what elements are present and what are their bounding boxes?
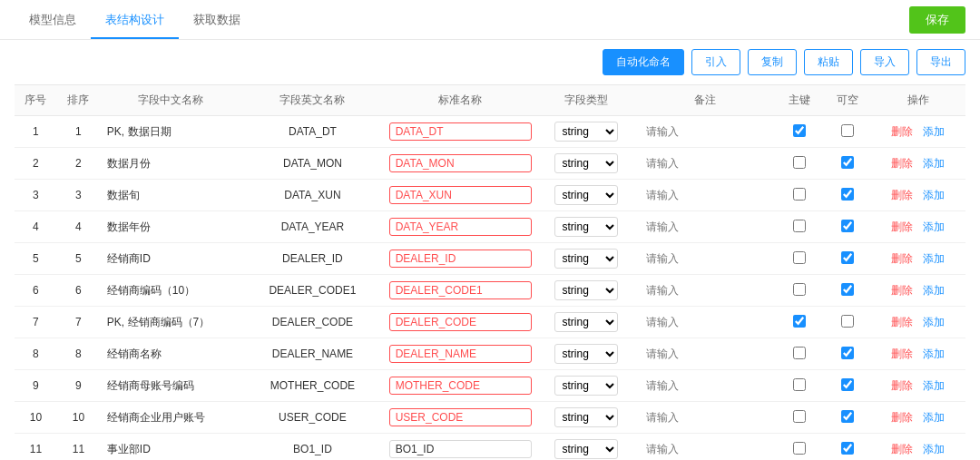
cell-std[interactable] bbox=[384, 180, 537, 211]
pk-checkbox[interactable] bbox=[793, 315, 806, 328]
cell-type[interactable]: string int double date bbox=[537, 180, 634, 211]
type-select[interactable]: string int double date bbox=[554, 217, 618, 237]
add-button[interactable]: 添加 bbox=[919, 251, 948, 267]
delete-button[interactable]: 删除 bbox=[887, 410, 916, 426]
add-button[interactable]: 添加 bbox=[919, 378, 948, 394]
cell-pk[interactable] bbox=[776, 116, 823, 148]
cell-std[interactable] bbox=[384, 370, 537, 402]
nullable-checkbox[interactable] bbox=[841, 188, 854, 201]
cell-pk[interactable] bbox=[776, 370, 823, 402]
cell-remark[interactable] bbox=[634, 338, 776, 370]
type-select[interactable]: string int double date bbox=[554, 439, 618, 459]
pk-checkbox[interactable] bbox=[793, 347, 806, 359]
cell-pk[interactable] bbox=[776, 275, 823, 307]
nullable-checkbox[interactable] bbox=[841, 442, 854, 455]
add-button[interactable]: 添加 bbox=[919, 156, 948, 171]
cell-remark[interactable] bbox=[634, 434, 776, 461]
remark-input[interactable] bbox=[640, 408, 770, 426]
pk-checkbox[interactable] bbox=[793, 378, 806, 391]
cell-nullable[interactable] bbox=[824, 338, 871, 370]
cell-type[interactable]: string int double date bbox=[537, 402, 634, 434]
nullable-checkbox[interactable] bbox=[841, 410, 854, 423]
cell-type[interactable]: string int double date bbox=[537, 434, 634, 461]
remark-input[interactable] bbox=[640, 186, 770, 204]
cell-type[interactable]: string int double date bbox=[537, 116, 634, 148]
nullable-checkbox[interactable] bbox=[841, 347, 854, 359]
nullable-checkbox[interactable] bbox=[841, 378, 854, 391]
type-select[interactable]: string int double date bbox=[554, 407, 618, 427]
tab-fetch-data[interactable]: 获取数据 bbox=[179, 1, 255, 39]
cell-remark[interactable] bbox=[634, 275, 776, 307]
std-input[interactable] bbox=[389, 377, 532, 395]
remark-input[interactable] bbox=[640, 313, 770, 331]
nullable-checkbox[interactable] bbox=[841, 251, 854, 264]
cell-std[interactable] bbox=[384, 307, 537, 338]
cell-remark[interactable] bbox=[634, 307, 776, 338]
copy-button[interactable]: 复制 bbox=[748, 49, 797, 75]
std-input[interactable] bbox=[389, 408, 532, 426]
type-select[interactable]: string int double date bbox=[554, 280, 618, 300]
pk-checkbox[interactable] bbox=[793, 188, 806, 201]
cell-std[interactable] bbox=[384, 116, 537, 148]
cell-remark[interactable] bbox=[634, 180, 776, 211]
nullable-checkbox[interactable] bbox=[841, 156, 854, 169]
save-button[interactable]: 保存 bbox=[909, 6, 965, 34]
std-input[interactable] bbox=[389, 345, 532, 363]
cell-nullable[interactable] bbox=[824, 116, 871, 148]
cell-std[interactable] bbox=[384, 338, 537, 370]
nullable-checkbox[interactable] bbox=[841, 315, 854, 328]
std-input[interactable] bbox=[389, 440, 532, 458]
cell-pk[interactable] bbox=[776, 148, 823, 180]
cell-std[interactable] bbox=[384, 243, 537, 275]
import-button[interactable]: 引入 bbox=[691, 49, 740, 75]
delete-button[interactable]: 删除 bbox=[887, 347, 916, 362]
cell-type[interactable]: string int double date bbox=[537, 338, 634, 370]
cell-nullable[interactable] bbox=[824, 148, 871, 180]
delete-button[interactable]: 删除 bbox=[887, 188, 916, 203]
cell-remark[interactable] bbox=[634, 148, 776, 180]
std-input[interactable] bbox=[389, 281, 532, 299]
cell-type[interactable]: string int double date bbox=[537, 370, 634, 402]
export-button[interactable]: 导出 bbox=[916, 49, 965, 75]
std-input[interactable] bbox=[389, 218, 532, 236]
cell-pk[interactable] bbox=[776, 211, 823, 243]
nullable-checkbox[interactable] bbox=[841, 283, 854, 296]
std-input[interactable] bbox=[389, 154, 532, 172]
std-input[interactable] bbox=[389, 313, 532, 331]
remark-input[interactable] bbox=[640, 440, 770, 458]
pk-checkbox[interactable] bbox=[793, 124, 806, 137]
cell-pk[interactable] bbox=[776, 402, 823, 434]
delete-button[interactable]: 删除 bbox=[887, 124, 916, 140]
import2-button[interactable]: 导入 bbox=[860, 49, 909, 75]
cell-std[interactable] bbox=[384, 402, 537, 434]
cell-pk[interactable] bbox=[776, 243, 823, 275]
add-button[interactable]: 添加 bbox=[919, 188, 948, 203]
pk-checkbox[interactable] bbox=[793, 220, 806, 232]
type-select[interactable]: string int double date bbox=[554, 376, 618, 396]
cell-nullable[interactable] bbox=[824, 307, 871, 338]
cell-nullable[interactable] bbox=[824, 402, 871, 434]
tab-model-info[interactable]: 模型信息 bbox=[15, 1, 91, 39]
remark-input[interactable] bbox=[640, 218, 770, 236]
auto-name-button[interactable]: 自动化命名 bbox=[603, 49, 684, 75]
cell-nullable[interactable] bbox=[824, 180, 871, 211]
remark-input[interactable] bbox=[640, 250, 770, 268]
type-select[interactable]: string int double date bbox=[554, 249, 618, 269]
cell-type[interactable]: string int double date bbox=[537, 211, 634, 243]
remark-input[interactable] bbox=[640, 122, 770, 141]
tab-table-design[interactable]: 表结构设计 bbox=[91, 1, 179, 39]
add-button[interactable]: 添加 bbox=[919, 442, 948, 457]
std-input[interactable] bbox=[389, 250, 532, 268]
delete-button[interactable]: 删除 bbox=[887, 315, 916, 330]
cell-pk[interactable] bbox=[776, 180, 823, 211]
type-select[interactable]: string int double date bbox=[554, 312, 618, 332]
add-button[interactable]: 添加 bbox=[919, 283, 948, 299]
cell-nullable[interactable] bbox=[824, 243, 871, 275]
add-button[interactable]: 添加 bbox=[919, 410, 948, 426]
cell-std[interactable] bbox=[384, 275, 537, 307]
delete-button[interactable]: 删除 bbox=[887, 442, 916, 457]
delete-button[interactable]: 删除 bbox=[887, 378, 916, 394]
cell-std[interactable] bbox=[384, 148, 537, 180]
delete-button[interactable]: 删除 bbox=[887, 283, 916, 299]
cell-remark[interactable] bbox=[634, 402, 776, 434]
